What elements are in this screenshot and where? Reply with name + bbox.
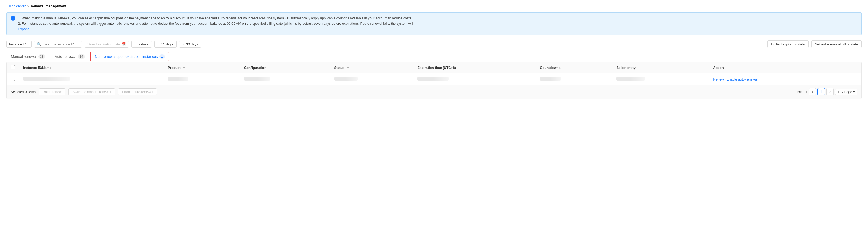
tab-manual-renewal[interactable]: Manual renewal 38 — [6, 52, 50, 62]
dropdown-arrow-icon: ▾ — [27, 43, 29, 46]
tab-nonrenewal-label: Non-renewal upon expiration instances — [95, 55, 158, 59]
pagination: Total: 1 ‹ 1 › 10 / Page ▾ — [796, 88, 857, 95]
filter-30days-button[interactable]: in 30 days — [179, 41, 201, 48]
row-seller — [612, 74, 709, 85]
breadcrumb-separator: > — [27, 4, 29, 8]
tab-manual-label: Manual renewal — [11, 55, 37, 59]
table-header-row: Instance ID/Name Product ▼ Configuration… — [6, 62, 862, 74]
tab-auto-renewal[interactable]: Auto-renewal 14 — [50, 52, 90, 62]
tab-nonrenewal[interactable]: Non-renewal upon expiration instances 1 — [90, 52, 169, 61]
breadcrumb-current: Renewal management — [31, 4, 66, 8]
breadcrumb-parent[interactable]: Billing center — [6, 4, 26, 8]
col-seller: Seller entity — [612, 62, 709, 74]
tab-auto-count: 14 — [78, 55, 85, 59]
page-size-label: 10 / Page — [838, 90, 852, 94]
row-checkbox[interactable] — [11, 77, 15, 81]
skeleton-instance-id — [23, 77, 70, 81]
info-line-2: 2. For instances set to auto-renewal, th… — [18, 21, 413, 27]
table-container: Instance ID/Name Product ▼ Configuration… — [6, 62, 862, 99]
switch-manual-button[interactable]: Switch to manual renewal — [68, 88, 115, 95]
row-expiration — [413, 74, 536, 85]
instance-id-label: Instance ID — [9, 42, 26, 46]
page-size-selector[interactable]: 10 / Page ▾ — [835, 89, 857, 95]
row-config — [240, 74, 330, 85]
current-page-button[interactable]: 1 — [817, 88, 825, 95]
batch-renew-button[interactable]: Batch renew — [39, 88, 65, 95]
skeleton-seller — [616, 77, 645, 81]
enable-auto-renewal-button[interactable]: Enable auto-renewal — [118, 88, 157, 95]
page-size-arrow-icon: ▾ — [853, 90, 855, 94]
info-text: 1. When making a manual renewal, you can… — [18, 16, 413, 32]
col-expiration: Expiration time (UTC+8) — [413, 62, 536, 74]
date-picker[interactable]: Select expiration date 📅 — [85, 41, 129, 48]
select-all-header[interactable] — [6, 62, 19, 74]
skeleton-expiration — [417, 77, 448, 81]
filter-7days-button[interactable]: in 7 days — [131, 41, 152, 48]
col-action: Action — [709, 62, 862, 74]
total-label: Total: 1 — [796, 90, 807, 94]
col-instance-id: Instance ID/Name — [19, 62, 163, 74]
row-action: Renew Enable auto-renewal ··· — [709, 74, 862, 85]
date-placeholder: Select expiration date — [88, 42, 120, 46]
prev-page-button[interactable]: ‹ — [809, 88, 816, 95]
tab-auto-label: Auto-renewal — [55, 55, 76, 59]
col-config: Configuration — [240, 62, 330, 74]
col-countdowns: Countdowns — [536, 62, 612, 74]
select-all-checkbox[interactable] — [11, 65, 15, 69]
row-countdown — [536, 74, 612, 85]
expand-link[interactable]: Expand — [18, 27, 29, 31]
skeleton-config — [244, 77, 270, 81]
info-banner: i 1. When making a manual renewal, you c… — [6, 12, 862, 35]
skeleton-product — [168, 77, 188, 81]
info-icon: i — [11, 16, 16, 21]
unified-expiration-button[interactable]: Unified expiration date — [767, 40, 809, 48]
breadcrumb: Billing center > Renewal management — [6, 4, 862, 8]
search-icon: 🔍 — [37, 42, 41, 46]
tabs-row: Manual renewal 38 Auto-renewal 14 Non-re… — [6, 52, 862, 62]
col-product: Product ▼ — [163, 62, 240, 74]
row-product — [163, 74, 240, 85]
search-input[interactable] — [43, 42, 79, 46]
selected-count: Selected 0 items — [11, 90, 36, 94]
skeleton-status — [334, 77, 358, 81]
calendar-icon: 📅 — [122, 42, 126, 46]
tab-manual-count: 38 — [38, 55, 45, 59]
instances-table: Instance ID/Name Product ▼ Configuration… — [6, 62, 862, 85]
tab-nonrenewal-count: 1 — [159, 55, 165, 59]
filter-row: Instance ID ▾ 🔍 Select expiration date 📅… — [6, 40, 862, 48]
instance-id-dropdown[interactable]: Instance ID ▾ — [6, 41, 31, 48]
row-status — [330, 74, 413, 85]
more-actions-icon[interactable]: ··· — [760, 77, 763, 81]
bottom-bar: Selected 0 items Batch renew Switch to m… — [6, 85, 862, 98]
set-auto-renewal-button[interactable]: Set auto-renewal billing date — [811, 40, 862, 48]
product-filter-icon[interactable]: ▼ — [183, 66, 185, 69]
col-status: Status ▼ — [330, 62, 413, 74]
row-instance-id — [19, 74, 163, 85]
table-row: Renew Enable auto-renewal ··· — [6, 74, 862, 85]
info-line-1: 1. When making a manual renewal, you can… — [18, 16, 413, 21]
status-filter-icon[interactable]: ▼ — [346, 66, 349, 69]
skeleton-countdown — [540, 77, 561, 81]
filter-15days-button[interactable]: in 15 days — [154, 41, 177, 48]
search-box[interactable]: 🔍 — [34, 41, 82, 48]
next-page-button[interactable]: › — [826, 88, 834, 95]
enable-auto-renewal-link[interactable]: Enable auto-renewal — [726, 78, 757, 81]
row-checkbox-cell[interactable] — [6, 74, 19, 85]
renew-link[interactable]: Renew — [713, 78, 723, 81]
right-action-buttons: Unified expiration date Set auto-renewal… — [767, 40, 862, 48]
